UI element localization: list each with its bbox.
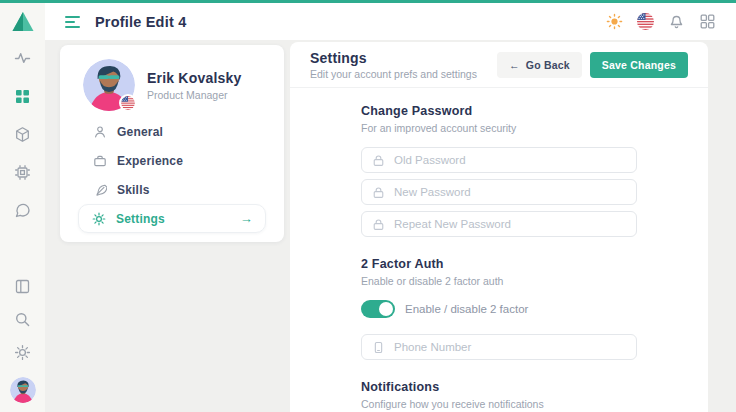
- app-logo[interactable]: [0, 3, 45, 40]
- us-flag-icon: [121, 96, 135, 110]
- section-subtitle: For an improved account security: [361, 122, 637, 134]
- topbar-actions: [606, 13, 716, 30]
- two-factor-toggle[interactable]: [361, 300, 395, 318]
- dashboard-icon[interactable]: [14, 88, 31, 105]
- profile-nav: General Experience Skills Settings →: [60, 117, 284, 233]
- briefcase-icon: [93, 154, 107, 168]
- settings-subtitle: Edit your account prefs and settings: [310, 68, 477, 80]
- section-title: Change Password: [361, 104, 637, 118]
- repeat-password-field[interactable]: [361, 211, 637, 237]
- new-password-input[interactable]: [394, 186, 626, 198]
- panel-layout-icon[interactable]: [14, 278, 31, 295]
- nav-label: General: [117, 125, 163, 139]
- accent-top-strip: [0, 0, 736, 3]
- avatar-image: [10, 377, 36, 403]
- nav-label: Settings: [116, 212, 165, 226]
- search-icon[interactable]: [14, 311, 31, 328]
- lock-icon: [372, 154, 385, 167]
- toggle-knob: [379, 302, 393, 316]
- rail-user-avatar[interactable]: [10, 377, 36, 403]
- cpu-icon[interactable]: [14, 164, 31, 181]
- toggle-label: Enable / disable 2 factor: [405, 303, 528, 315]
- lock-icon: [372, 186, 385, 199]
- profile-card: Erik Kovalsky Product Manager General Ex…: [60, 45, 284, 242]
- settings-heading: Settings Edit your account prefs and set…: [310, 50, 477, 80]
- save-changes-label: Save Changes: [602, 59, 676, 71]
- settings-actions: ← Go Back Save Changes: [497, 52, 688, 78]
- gear-icon[interactable]: [14, 344, 31, 361]
- top-bar: Profile Edit 4: [45, 3, 736, 40]
- phone-icon: [372, 341, 385, 354]
- arrow-right-icon: →: [240, 211, 253, 226]
- nav-item-skills[interactable]: Skills: [60, 175, 284, 204]
- activity-icon[interactable]: [14, 50, 31, 67]
- logo-triangle-icon: [11, 11, 35, 32]
- notifications-section: Notifications Configure how you receive …: [361, 380, 637, 410]
- nav-item-settings[interactable]: Settings →: [78, 204, 266, 233]
- nav-item-general[interactable]: General: [60, 117, 284, 146]
- old-password-input[interactable]: [394, 154, 626, 166]
- two-factor-section: 2 Factor Auth Enable or disable 2 factor…: [361, 257, 637, 360]
- settings-body: Change Password For an improved account …: [361, 104, 637, 410]
- person-icon: [93, 125, 107, 139]
- phone-field-wrap: [361, 334, 637, 360]
- notifications-bell-icon[interactable]: [668, 13, 685, 30]
- profile-identity: Erik Kovalsky Product Manager: [147, 70, 241, 101]
- section-subtitle: Enable or disable 2 factor auth: [361, 275, 637, 287]
- profile-card-header: Erik Kovalsky Product Manager: [60, 45, 284, 111]
- settings-title: Settings: [310, 50, 477, 66]
- settings-panel: Settings Edit your account prefs and set…: [290, 42, 708, 412]
- section-subtitle: Configure how you receive notifications: [361, 398, 637, 410]
- menu-icon[interactable]: [65, 16, 80, 28]
- section-title: Notifications: [361, 380, 637, 394]
- repeat-password-input[interactable]: [394, 218, 626, 230]
- two-factor-toggle-row: Enable / disable 2 factor: [361, 300, 637, 318]
- theme-sun-icon[interactable]: [606, 13, 623, 30]
- change-password-section: Change Password For an improved account …: [361, 104, 637, 237]
- profile-role: Product Manager: [147, 89, 241, 101]
- chat-icon[interactable]: [14, 202, 31, 219]
- arrow-left-icon: ←: [509, 59, 520, 71]
- rail-bottom-group: [10, 278, 36, 412]
- go-back-button[interactable]: ← Go Back: [497, 52, 582, 78]
- feather-icon: [93, 183, 107, 197]
- package-icon[interactable]: [14, 126, 31, 143]
- language-flag-icon[interactable]: [637, 13, 654, 30]
- icon-rail: [0, 3, 45, 412]
- country-flag-badge: [119, 94, 137, 112]
- section-title: 2 Factor Auth: [361, 257, 637, 271]
- old-password-field[interactable]: [361, 147, 637, 173]
- go-back-label: Go Back: [526, 59, 570, 71]
- phone-number-field[interactable]: [361, 334, 637, 360]
- apps-grid-icon[interactable]: [699, 13, 716, 30]
- gear-icon: [92, 212, 106, 226]
- rail-top-group: [14, 50, 31, 219]
- settings-panel-header: Settings Edit your account prefs and set…: [290, 42, 708, 88]
- profile-name: Erik Kovalsky: [147, 70, 241, 86]
- phone-number-input[interactable]: [394, 341, 626, 353]
- nav-item-experience[interactable]: Experience: [60, 146, 284, 175]
- profile-avatar: [83, 59, 135, 111]
- lock-icon: [372, 218, 385, 231]
- page-title: Profile Edit 4: [95, 14, 186, 30]
- nav-label: Experience: [117, 154, 183, 168]
- nav-label: Skills: [117, 183, 150, 197]
- password-fields: [361, 147, 637, 237]
- new-password-field[interactable]: [361, 179, 637, 205]
- save-changes-button[interactable]: Save Changes: [590, 52, 688, 78]
